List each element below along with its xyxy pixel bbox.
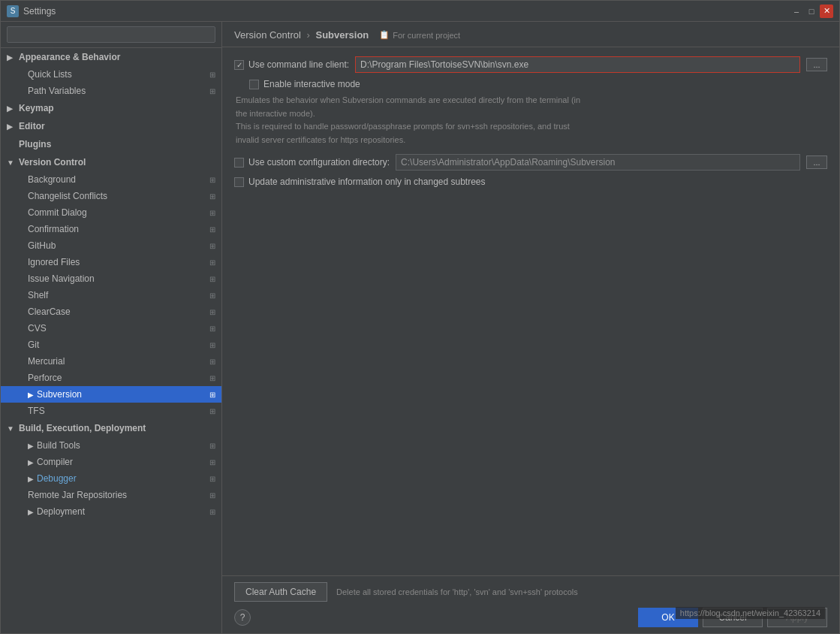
sidebar-item-tfs[interactable]: TFS ⊞	[1, 403, 221, 419]
interactive-mode-checkbox-label[interactable]: Enable interactive mode	[249, 79, 360, 89]
project-icon: 📋	[379, 30, 390, 40]
watermark: https://blog.csdn.net/weixin_42363214	[676, 607, 825, 619]
sidebar-label-mercurial: Mercurial	[28, 356, 65, 367]
sidebar-item-debugger[interactable]: ▶ Debugger ⊞	[1, 470, 221, 487]
custom-config-path-input[interactable]	[396, 154, 800, 171]
sidebar-item-confirmation[interactable]: Confirmation ⊞	[1, 221, 221, 237]
sidebar-label-build-tools: Build Tools	[37, 440, 80, 451]
sidebar-label-deployment: Deployment	[37, 506, 85, 517]
sidebar-label-issue-nav: Issue Navigation	[28, 273, 95, 284]
sidebar-item-mercurial[interactable]: Mercurial ⊞	[1, 353, 221, 370]
search-input[interactable]	[7, 26, 215, 43]
sidebar-item-shelf[interactable]: Shelf ⊞	[1, 287, 221, 303]
desc-line2: the interactive mode).	[236, 107, 827, 121]
sidebar-item-deployment[interactable]: ▶ Deployment ⊞	[1, 503, 221, 520]
cmd-client-browse-button[interactable]: ...	[806, 58, 827, 71]
panel-header: Version Control › Subversion 📋 For curre…	[222, 22, 839, 47]
close-button[interactable]: ✕	[820, 5, 833, 18]
update-admin-label: Update administrative information only i…	[248, 177, 486, 187]
maximize-button[interactable]: □	[805, 5, 818, 18]
sidebar-label-changelist: Changelist Conflicts	[28, 191, 107, 201]
desc-line1: Emulates the behavior when Subversion co…	[236, 94, 827, 107]
desc-line4: invalid server certificates for https re…	[236, 134, 827, 147]
debugger-icon: ⊞	[209, 475, 215, 483]
sidebar-label-tfs: TFS	[28, 406, 45, 416]
update-admin-checkbox-label[interactable]: Update administrative information only i…	[234, 177, 486, 187]
custom-config-browse-button[interactable]: ...	[806, 155, 827, 169]
clear-cache-description: Delete all stored credentials for 'http'…	[336, 587, 578, 596]
debugger-arrow: ▶	[28, 475, 34, 483]
sidebar-item-build-tools[interactable]: ▶ Build Tools ⊞	[1, 437, 221, 454]
window-controls: – □ ✕	[790, 5, 833, 18]
sidebar-item-cvs[interactable]: CVS ⊞	[1, 320, 221, 337]
background-icon: ⊞	[209, 176, 215, 184]
expand-arrow-build: ▼	[7, 424, 16, 433]
sidebar-item-subversion[interactable]: ▶ Subversion ⊞	[1, 386, 221, 403]
sidebar-item-compiler[interactable]: ▶ Compiler ⊞	[1, 454, 221, 470]
compiler-icon: ⊞	[209, 458, 215, 466]
sidebar-item-changelist-conflicts[interactable]: Changelist Conflicts ⊞	[1, 188, 221, 204]
sidebar-item-appearance[interactable]: ▶ Appearance & Behavior	[1, 48, 221, 66]
github-icon: ⊞	[209, 242, 215, 250]
expand-arrow-appearance: ▶	[7, 53, 16, 62]
sidebar-item-plugins[interactable]: ▶ Plugins	[1, 135, 221, 153]
clear-auth-cache-button[interactable]: Clear Auth Cache	[234, 582, 327, 602]
sidebar-item-remote-jar[interactable]: Remote Jar Repositories ⊞	[1, 487, 221, 503]
changelist-icon: ⊞	[209, 192, 215, 201]
sidebar-item-commit-dialog[interactable]: Commit Dialog ⊞	[1, 204, 221, 221]
deployment-arrow: ▶	[28, 508, 34, 516]
sidebar-label-compiler: Compiler	[37, 457, 73, 467]
sidebar-item-editor[interactable]: ▶ Editor	[1, 117, 221, 135]
titlebar-left: S Settings	[7, 5, 56, 17]
mercurial-icon: ⊞	[209, 358, 215, 366]
cmd-client-checkbox[interactable]	[234, 60, 244, 70]
sidebar-label-subversion: Subversion	[37, 389, 82, 400]
sidebar-item-clearcase[interactable]: ClearCase ⊞	[1, 303, 221, 320]
minimize-button[interactable]: –	[790, 5, 803, 18]
right-panel: Version Control › Subversion 📋 For curre…	[222, 22, 839, 633]
sidebar-item-perforce[interactable]: Perforce ⊞	[1, 370, 221, 386]
sidebar-item-git[interactable]: Git ⊞	[1, 337, 221, 353]
window-title: Settings	[23, 6, 56, 17]
cmd-client-path-input[interactable]	[355, 56, 800, 73]
clearcase-icon: ⊞	[209, 308, 215, 316]
sidebar-item-issue-navigation[interactable]: Issue Navigation ⊞	[1, 270, 221, 287]
sidebar-label-remote-jar: Remote Jar Repositories	[28, 490, 127, 500]
sidebar-item-background[interactable]: Background ⊞	[1, 171, 221, 188]
sidebar-item-ignored-files[interactable]: Ignored Files ⊞	[1, 254, 221, 270]
sidebar-item-quick-lists[interactable]: Quick Lists ⊞	[1, 66, 221, 83]
breadcrumb-separator: ›	[307, 29, 310, 41]
build-tools-arrow: ▶	[28, 442, 34, 450]
interactive-mode-checkbox[interactable]	[249, 80, 259, 89]
sidebar-label-plugins: Plugins	[19, 139, 51, 149]
sidebar-tree: ▶ Appearance & Behavior Quick Lists ⊞ Pa…	[1, 48, 221, 633]
sidebar-label-appearance: Appearance & Behavior	[19, 52, 120, 62]
update-admin-checkbox[interactable]	[234, 177, 244, 187]
sidebar-label-shelf: Shelf	[28, 290, 48, 300]
sidebar-label-github: GitHub	[28, 240, 56, 251]
git-icon: ⊞	[209, 341, 215, 349]
main-content: ▶ Appearance & Behavior Quick Lists ⊞ Pa…	[1, 22, 839, 633]
custom-config-label: Use custom configuration directory:	[248, 157, 390, 168]
subversion-icon: ⊞	[209, 391, 215, 399]
quick-lists-icon: ⊞	[209, 71, 215, 79]
sidebar-item-build-exec-deploy[interactable]: ▼ Build, Execution, Deployment	[1, 419, 221, 437]
tfs-icon: ⊞	[209, 407, 215, 415]
sidebar-item-version-control[interactable]: ▼ Version Control	[1, 153, 221, 171]
custom-config-checkbox-label[interactable]: Use custom configuration directory:	[234, 157, 390, 168]
cmd-client-checkbox-label[interactable]: Use command line client:	[234, 59, 349, 70]
sidebar-label-build-exec-deploy: Build, Execution, Deployment	[19, 423, 146, 433]
sidebar-label-commit-dialog: Commit Dialog	[28, 207, 87, 218]
sidebar-label-background: Background	[28, 174, 76, 185]
sidebar-item-github[interactable]: GitHub ⊞	[1, 237, 221, 254]
sidebar-item-path-variables[interactable]: Path Variables ⊞	[1, 83, 221, 99]
breadcrumb: Version Control › Subversion	[234, 29, 369, 41]
custom-config-checkbox[interactable]	[234, 158, 244, 168]
help-button[interactable]: ?	[234, 609, 251, 626]
expand-arrow-editor: ▶	[7, 122, 16, 131]
deployment-icon: ⊞	[209, 508, 215, 516]
panel-footer: Clear Auth Cache Delete all stored crede…	[222, 575, 839, 633]
sidebar: ▶ Appearance & Behavior Quick Lists ⊞ Pa…	[1, 22, 222, 633]
sidebar-item-keymap[interactable]: ▶ Keymap	[1, 99, 221, 117]
update-admin-row: Update administrative information only i…	[234, 177, 827, 187]
